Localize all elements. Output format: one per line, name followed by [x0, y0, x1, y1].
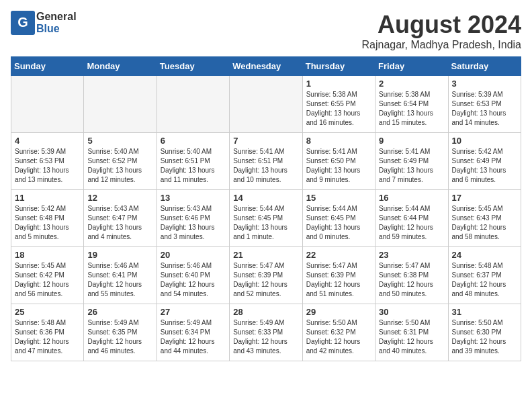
table-row: [157, 76, 229, 133]
day-number: 14: [233, 193, 298, 203]
day-number: 7: [233, 136, 298, 146]
subtitle: Rajnagar, Madhya Pradesh, India: [362, 39, 521, 51]
day-number: 28: [233, 307, 298, 317]
cell-text: Sunrise: 5:45 AM Sunset: 6:42 PM Dayligh…: [15, 261, 80, 299]
cell-text: Sunrise: 5:49 AM Sunset: 6:35 PM Dayligh…: [87, 318, 152, 356]
day-number: 25: [15, 307, 80, 317]
cell-text: Sunrise: 5:41 AM Sunset: 6:50 PM Dayligh…: [306, 147, 371, 185]
cell-text: Sunrise: 5:45 AM Sunset: 6:43 PM Dayligh…: [452, 204, 517, 242]
table-row: [230, 76, 302, 133]
header-saturday: Saturday: [448, 57, 521, 76]
day-number: 18: [15, 250, 80, 260]
table-row: 31Sunrise: 5:50 AM Sunset: 6:30 PM Dayli…: [448, 304, 521, 361]
cell-text: Sunrise: 5:43 AM Sunset: 6:47 PM Dayligh…: [87, 204, 152, 242]
day-number: 17: [452, 193, 517, 203]
day-number: 10: [452, 136, 517, 146]
day-number: 9: [379, 136, 444, 146]
cell-text: Sunrise: 5:46 AM Sunset: 6:40 PM Dayligh…: [161, 261, 226, 299]
table-row: 8Sunrise: 5:41 AM Sunset: 6:50 PM Daylig…: [302, 133, 375, 190]
header-monday: Monday: [84, 57, 157, 76]
day-number: 27: [161, 307, 226, 317]
day-number: 5: [87, 136, 152, 146]
table-row: 12Sunrise: 5:43 AM Sunset: 6:47 PM Dayli…: [84, 190, 157, 247]
logo-icon: G: [11, 11, 35, 35]
day-number: 26: [87, 307, 152, 317]
day-number: 23: [379, 250, 444, 260]
day-number: 16: [379, 193, 444, 203]
cell-text: Sunrise: 5:42 AM Sunset: 6:49 PM Dayligh…: [452, 147, 517, 185]
calendar-week-row: 25Sunrise: 5:48 AM Sunset: 6:36 PM Dayli…: [11, 304, 521, 361]
table-row: 10Sunrise: 5:42 AM Sunset: 6:49 PM Dayli…: [448, 133, 521, 190]
cell-text: Sunrise: 5:41 AM Sunset: 6:49 PM Dayligh…: [379, 147, 444, 185]
cell-text: Sunrise: 5:39 AM Sunset: 6:53 PM Dayligh…: [452, 90, 517, 128]
day-number: 2: [379, 79, 444, 89]
cell-text: Sunrise: 5:40 AM Sunset: 6:52 PM Dayligh…: [87, 147, 152, 185]
table-row: 14Sunrise: 5:44 AM Sunset: 6:45 PM Dayli…: [230, 190, 302, 247]
cell-text: Sunrise: 5:50 AM Sunset: 6:30 PM Dayligh…: [452, 318, 517, 356]
day-number: 30: [379, 307, 444, 317]
calendar-week-row: 11Sunrise: 5:42 AM Sunset: 6:48 PM Dayli…: [11, 190, 521, 247]
logo-blue-text: Blue: [36, 23, 77, 35]
table-row: 7Sunrise: 5:41 AM Sunset: 6:51 PM Daylig…: [230, 133, 302, 190]
table-row: 26Sunrise: 5:49 AM Sunset: 6:35 PM Dayli…: [84, 304, 157, 361]
title-area: August 2024 Rajnagar, Madhya Pradesh, In…: [362, 11, 521, 51]
cell-text: Sunrise: 5:50 AM Sunset: 6:32 PM Dayligh…: [306, 318, 371, 356]
header-wednesday: Wednesday: [230, 57, 302, 76]
cell-text: Sunrise: 5:42 AM Sunset: 6:48 PM Dayligh…: [15, 204, 80, 242]
cell-text: Sunrise: 5:39 AM Sunset: 6:53 PM Dayligh…: [15, 147, 80, 185]
cell-text: Sunrise: 5:44 AM Sunset: 6:44 PM Dayligh…: [379, 204, 444, 242]
cell-text: Sunrise: 5:47 AM Sunset: 6:39 PM Dayligh…: [233, 261, 298, 299]
day-number: 21: [233, 250, 298, 260]
day-number: 20: [161, 250, 226, 260]
cell-text: Sunrise: 5:48 AM Sunset: 6:36 PM Dayligh…: [15, 318, 80, 356]
table-row: 15Sunrise: 5:44 AM Sunset: 6:45 PM Dayli…: [302, 190, 375, 247]
day-number: 29: [306, 307, 371, 317]
table-row: 20Sunrise: 5:46 AM Sunset: 6:40 PM Dayli…: [157, 247, 229, 304]
table-row: 24Sunrise: 5:48 AM Sunset: 6:37 PM Dayli…: [448, 247, 521, 304]
cell-text: Sunrise: 5:46 AM Sunset: 6:41 PM Dayligh…: [87, 261, 152, 299]
table-row: 17Sunrise: 5:45 AM Sunset: 6:43 PM Dayli…: [448, 190, 521, 247]
table-row: 3Sunrise: 5:39 AM Sunset: 6:53 PM Daylig…: [448, 76, 521, 133]
day-number: 11: [15, 193, 80, 203]
calendar-header-row: Sunday Monday Tuesday Wednesday Thursday…: [11, 57, 521, 76]
cell-text: Sunrise: 5:50 AM Sunset: 6:31 PM Dayligh…: [379, 318, 444, 356]
cell-text: Sunrise: 5:40 AM Sunset: 6:51 PM Dayligh…: [161, 147, 226, 185]
calendar-week-row: 4Sunrise: 5:39 AM Sunset: 6:53 PM Daylig…: [11, 133, 521, 190]
table-row: 27Sunrise: 5:49 AM Sunset: 6:34 PM Dayli…: [157, 304, 229, 361]
header-thursday: Thursday: [302, 57, 375, 76]
table-row: 1Sunrise: 5:38 AM Sunset: 6:55 PM Daylig…: [302, 76, 375, 133]
day-number: 4: [15, 136, 80, 146]
day-number: 19: [87, 250, 152, 260]
cell-text: Sunrise: 5:38 AM Sunset: 6:54 PM Dayligh…: [379, 90, 444, 128]
day-number: 31: [452, 307, 517, 317]
header: G General Blue August 2024 Rajnagar, Mad…: [11, 11, 521, 51]
header-sunday: Sunday: [11, 57, 84, 76]
cell-text: Sunrise: 5:48 AM Sunset: 6:37 PM Dayligh…: [452, 261, 517, 299]
day-number: 22: [306, 250, 371, 260]
header-tuesday: Tuesday: [157, 57, 229, 76]
table-row: 19Sunrise: 5:46 AM Sunset: 6:41 PM Dayli…: [84, 247, 157, 304]
cell-text: Sunrise: 5:49 AM Sunset: 6:34 PM Dayligh…: [161, 318, 226, 356]
day-number: 13: [161, 193, 226, 203]
cell-text: Sunrise: 5:49 AM Sunset: 6:33 PM Dayligh…: [233, 318, 298, 356]
day-number: 3: [452, 79, 517, 89]
table-row: 16Sunrise: 5:44 AM Sunset: 6:44 PM Dayli…: [375, 190, 448, 247]
cell-text: Sunrise: 5:44 AM Sunset: 6:45 PM Dayligh…: [306, 204, 371, 242]
cell-text: Sunrise: 5:41 AM Sunset: 6:51 PM Dayligh…: [233, 147, 298, 185]
table-row: 21Sunrise: 5:47 AM Sunset: 6:39 PM Dayli…: [230, 247, 302, 304]
table-row: 30Sunrise: 5:50 AM Sunset: 6:31 PM Dayli…: [375, 304, 448, 361]
table-row: [84, 76, 157, 133]
svg-text:G: G: [17, 15, 28, 30]
cell-text: Sunrise: 5:44 AM Sunset: 6:45 PM Dayligh…: [233, 204, 298, 242]
day-number: 8: [306, 136, 371, 146]
cell-text: Sunrise: 5:43 AM Sunset: 6:46 PM Dayligh…: [161, 204, 226, 242]
table-row: 28Sunrise: 5:49 AM Sunset: 6:33 PM Dayli…: [230, 304, 302, 361]
day-number: 15: [306, 193, 371, 203]
table-row: 13Sunrise: 5:43 AM Sunset: 6:46 PM Dayli…: [157, 190, 229, 247]
table-row: 18Sunrise: 5:45 AM Sunset: 6:42 PM Dayli…: [11, 247, 84, 304]
calendar-table: Sunday Monday Tuesday Wednesday Thursday…: [11, 56, 521, 361]
table-row: 2Sunrise: 5:38 AM Sunset: 6:54 PM Daylig…: [375, 76, 448, 133]
table-row: 6Sunrise: 5:40 AM Sunset: 6:51 PM Daylig…: [157, 133, 229, 190]
table-row: 29Sunrise: 5:50 AM Sunset: 6:32 PM Dayli…: [302, 304, 375, 361]
table-row: 11Sunrise: 5:42 AM Sunset: 6:48 PM Dayli…: [11, 190, 84, 247]
